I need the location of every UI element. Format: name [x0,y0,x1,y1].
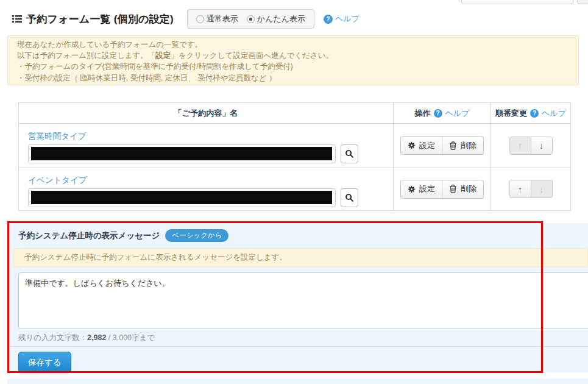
settings-button[interactable]: 設定 [400,136,442,155]
gear-icon [408,185,416,193]
settings-button[interactable]: 設定 [400,180,442,199]
radio-selected-icon[interactable] [247,15,255,23]
header-help-link[interactable]: ヘルプ [324,13,360,24]
cropped-top-button[interactable] [577,0,588,4]
save-button[interactable]: 保存する [18,352,71,373]
move-up-button[interactable]: ↑ [509,180,531,198]
redacted-text [31,147,332,160]
form-name-cell: イベントタイプ [19,168,393,210]
trash-icon [449,141,457,150]
help-label: ヘルプ [335,13,360,24]
section-title: 予約システム停止時の表示メッセージ [18,230,160,241]
order-cell: ↑ ↓ [491,168,570,210]
stop-message-textarea[interactable]: 準備中です。しばらくお待ちください。 [18,272,588,329]
search-button[interactable] [341,144,358,163]
table-header-row: 「ご予約内容」名 操作 ヘルプ 順番変更 ヘルプ [19,103,570,124]
operation-help-link[interactable]: ヘルプ [445,108,470,119]
column-header-operation: 操作 ヘルプ [393,103,491,123]
order-cell: ↑ ↓ [491,124,570,167]
delete-button[interactable]: 削除 [442,180,484,199]
radio-normal-display[interactable]: 通常表示 [196,13,238,24]
move-down-button: ↓ [531,180,553,198]
radio-easy-label: かんたん表示 [257,13,305,24]
help-icon [324,15,333,24]
order-help-link[interactable]: ヘルプ [542,108,566,119]
plan-badge: ベーシックから [165,229,228,242]
reservation-form-table: 「ご予約内容」名 操作 ヘルプ 順番変更 ヘルプ 営業時間タイプ [18,102,571,211]
move-down-button[interactable]: ↓ [531,137,553,155]
help-icon[interactable] [434,109,442,118]
move-up-button: ↑ [509,137,531,155]
operation-cell: 設定 削除 [393,168,491,210]
arrow-down-icon: ↓ [539,140,544,151]
form-link-business-hours[interactable]: 営業時間タイプ [28,131,86,142]
list-icon [12,15,22,23]
footer-divider [7,346,588,347]
radio-easy-display[interactable]: かんたん表示 [247,13,305,24]
next-section-cropped [7,379,588,384]
cropped-top-input[interactable] [461,0,573,4]
view-toggle-group: 通常表示 かんたん表示 [187,9,314,29]
info-line-3: ・予約フォームのタイプ(営業時間を基準に予約受付/時間割を作成して予約受付) [17,61,569,72]
radio-icon[interactable] [196,15,204,23]
table-row: イベントタイプ [19,167,570,210]
arrow-up-icon: ↑ [518,140,523,151]
stop-message-section: 予約システム停止時の表示メッセージ ベーシックから 予約システム停止時に予約フォ… [7,223,588,372]
char-count: 残りの入力文字数：2,982 / 3,000字まで [18,333,155,343]
redacted-text [31,191,332,204]
chars-remaining: 2,982 [87,333,106,342]
form-link-event[interactable]: イベントタイプ [28,175,87,186]
search-icon [345,149,354,158]
form-name-input[interactable] [28,188,336,207]
column-header-name: 「ご予約内容」名 [19,103,393,123]
form-name-input[interactable] [28,144,336,163]
form-name-cell: 営業時間タイプ [19,124,393,167]
search-icon [345,193,354,202]
page-header: 予約フォーム一覧 (個別の設定) 通常表示 かんたん表示 ヘルプ [12,9,579,29]
info-line-4: ・受付枠の設定（ 臨時休業日時, 受付時間, 定休日、 受付枠や定員数など ） [17,73,569,84]
operation-cell: 設定 削除 [393,124,491,167]
delete-button[interactable]: 削除 [442,136,484,155]
gear-icon [408,141,416,149]
column-header-order: 順番変更 ヘルプ [491,103,570,123]
info-line-1: 現在あなたが作成している予約フォームの一覧です。 [17,39,569,50]
arrow-down-icon: ↓ [539,184,544,194]
page-title: 予約フォーム一覧 (個別の設定) [26,12,174,26]
section-notice: 予約システム停止時に予約フォームに表示されるメッセージを設定します。 [13,248,588,267]
help-icon[interactable] [530,109,539,118]
info-line-2: 以下は予約フォーム別に設定します。「設定」をクリックして設定画面へ進んでください… [17,50,569,61]
table-row: 営業時間タイプ [19,124,570,167]
arrow-up-icon: ↑ [518,184,523,194]
trash-icon [449,185,457,193]
radio-normal-label: 通常表示 [207,13,238,24]
info-box: 現在あなたが作成している予約フォームの一覧です。 以下は予約フォーム別に設定しま… [7,35,579,85]
search-button[interactable] [341,188,358,207]
